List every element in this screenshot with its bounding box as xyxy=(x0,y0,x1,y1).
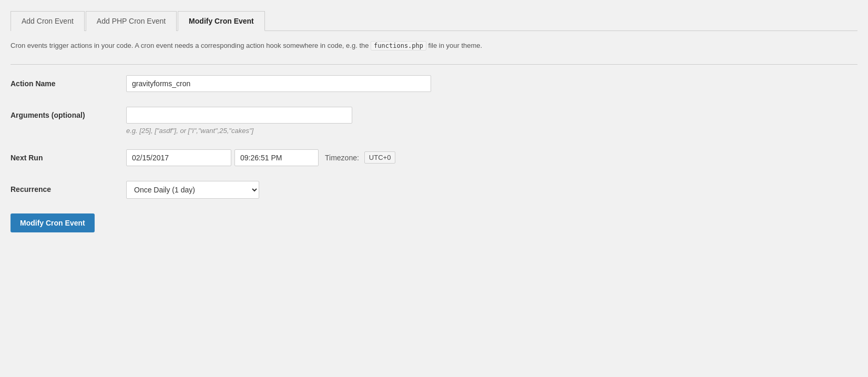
recurrence-select[interactable]: Once Daily (1 day) Twice Daily (12 hours… xyxy=(126,181,259,199)
action-name-label: Action Name xyxy=(11,75,126,88)
next-run-field: Timezone: UTC+0 xyxy=(126,149,857,166)
timezone-label: Timezone: xyxy=(325,154,359,162)
functions-php-code: functions.php xyxy=(371,41,426,50)
page-wrapper: Add Cron Event Add PHP Cron Event Modify… xyxy=(0,0,868,243)
tab-modify-cron[interactable]: Modify Cron Event xyxy=(178,11,265,31)
submit-row: Modify Cron Event xyxy=(11,213,857,232)
arguments-input[interactable] xyxy=(126,107,352,124)
next-run-label: Next Run xyxy=(11,149,126,162)
recurrence-field: Once Daily (1 day) Twice Daily (12 hours… xyxy=(126,181,857,199)
recurrence-label: Recurrence xyxy=(11,181,126,193)
next-run-date-input[interactable] xyxy=(126,149,231,166)
recurrence-row: Recurrence Once Daily (1 day) Twice Dail… xyxy=(11,181,857,199)
action-name-row: Action Name xyxy=(11,75,857,92)
divider xyxy=(11,64,857,65)
tab-add-cron[interactable]: Add Cron Event xyxy=(11,11,85,31)
timezone-badge: UTC+0 xyxy=(364,151,396,164)
description-text-after: file in your theme. xyxy=(426,42,482,49)
description-text: Cron events trigger actions in your code… xyxy=(11,40,857,52)
tab-add-php-cron[interactable]: Add PHP Cron Event xyxy=(86,11,177,31)
arguments-field: e.g. [25], ["asdf"], or ["i","want",25,"… xyxy=(126,107,857,135)
next-run-inputs: Timezone: UTC+0 xyxy=(126,149,857,166)
modify-cron-button[interactable]: Modify Cron Event xyxy=(11,213,95,232)
arguments-row: Arguments (optional) e.g. [25], ["asdf"]… xyxy=(11,107,857,135)
next-run-row: Next Run Timezone: UTC+0 xyxy=(11,149,857,166)
next-run-time-input[interactable] xyxy=(234,149,319,166)
cron-form: Action Name Arguments (optional) e.g. [2… xyxy=(11,75,857,232)
action-name-field xyxy=(126,75,857,92)
arguments-label: Arguments (optional) xyxy=(11,107,126,119)
tab-bar: Add Cron Event Add PHP Cron Event Modify… xyxy=(11,11,857,31)
description-text-before: Cron events trigger actions in your code… xyxy=(11,42,371,49)
arguments-hint: e.g. [25], ["asdf"], or ["i","want",25,"… xyxy=(126,127,857,135)
action-name-input[interactable] xyxy=(126,75,431,92)
